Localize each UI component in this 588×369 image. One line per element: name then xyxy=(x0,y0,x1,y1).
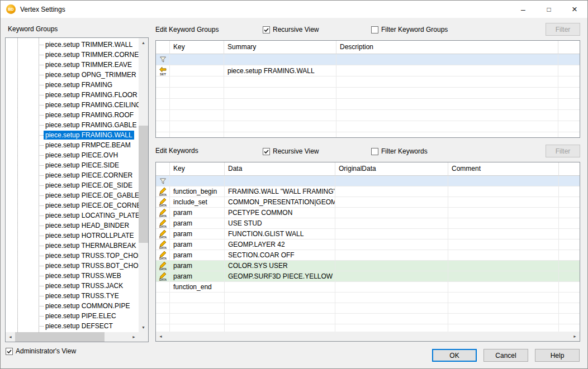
table-cell[interactable] xyxy=(170,54,224,65)
keyword-row[interactable]: DATAfunction_beginFRAMING.WALL "WALL FRA… xyxy=(156,186,580,197)
table-cell[interactable] xyxy=(335,186,448,197)
tree-item[interactable]: piece.setup TRUSS.WEB xyxy=(6,271,139,281)
table-cell[interactable]: FRAMING.WALL "WALL FRAMING" xyxy=(225,186,335,197)
filter-keyword-groups-checkbox[interactable]: Filter Keyword Groups xyxy=(371,25,448,34)
column-header[interactable]: OriginalData xyxy=(335,162,448,176)
data-pencil-icon[interactable]: DATA xyxy=(156,261,170,271)
table-cell[interactable]: include_set xyxy=(170,197,225,208)
table-cell[interactable]: PCETYPE COMMON xyxy=(225,208,335,218)
filter-groups-button[interactable]: Filter xyxy=(546,23,580,36)
scroll-down-button[interactable]: ▼ xyxy=(139,323,148,332)
column-header[interactable]: Key xyxy=(170,41,224,54)
tree-item[interactable]: piece.setup TRIMMER.WALL xyxy=(6,40,139,50)
keyword-row[interactable]: DATAparamFUNCTION.GLIST WALL xyxy=(156,229,580,239)
tree-item[interactable]: piece.setup LOCATING_PLATE xyxy=(6,210,139,221)
set-icon[interactable]: SET xyxy=(156,65,170,76)
tree-item[interactable]: piece.setup FRAMING.FLOOR xyxy=(6,90,139,100)
table-cell[interactable] xyxy=(448,261,559,271)
tree-item[interactable]: piece.setup HEAD_BINDER xyxy=(6,221,139,231)
scrollbar-track[interactable] xyxy=(139,47,148,323)
tree-item[interactable]: piece.setup TRIMMER.EAVE xyxy=(6,60,139,70)
tree-item[interactable]: piece.setup PIECE.OE_CORNER xyxy=(6,200,139,210)
table-cell[interactable]: USE STUD xyxy=(225,218,335,229)
filter-funnel-icon[interactable] xyxy=(156,176,170,186)
scrollbar-thumb[interactable] xyxy=(15,332,105,342)
table-cell[interactable] xyxy=(448,282,559,293)
tree-item[interactable]: piece.setup FRAMING.CEILING xyxy=(6,100,139,110)
keyword-row[interactable]: DATAparamUSE STUD xyxy=(156,218,580,229)
keyword-row[interactable]: DATAparamCOLOR.SYS USER xyxy=(156,261,580,271)
tree-horizontal-scrollbar[interactable]: ◄ ► xyxy=(6,332,139,342)
table-cell[interactable] xyxy=(448,186,559,197)
scroll-left-button[interactable]: ◄ xyxy=(156,332,165,341)
cancel-button[interactable]: Cancel xyxy=(483,349,528,362)
filter-keywords-checkbox[interactable]: Filter Keywords xyxy=(371,147,428,156)
tree-item[interactable]: piece.setup DEFSECT xyxy=(6,321,139,331)
filter-row[interactable] xyxy=(156,176,580,186)
data-pencil-icon[interactable]: DATA xyxy=(156,208,170,218)
table-cell[interactable]: GEOMP.LAYER 42 xyxy=(225,239,335,250)
scroll-right-button[interactable]: ► xyxy=(570,332,580,341)
tree-item[interactable]: piece.setup TRUSS.BOT_CHORD xyxy=(6,261,139,271)
table-cell[interactable]: param xyxy=(170,271,225,282)
keyword-row[interactable]: DATAparamGEOMP.LAYER 42 xyxy=(156,239,580,250)
table-cell[interactable]: piece.setup FRAMING.WALL xyxy=(224,65,336,76)
data-pencil-icon[interactable]: DATA xyxy=(156,186,170,197)
scroll-right-button[interactable]: ► xyxy=(129,332,139,342)
tree-item[interactable]: piece.setup PIECE.OE_SIDE xyxy=(6,180,139,190)
table-cell[interactable] xyxy=(336,65,558,76)
tree-item[interactable]: piece.setup PIPE.ELEC xyxy=(6,311,139,321)
scroll-up-button[interactable]: ▲ xyxy=(139,38,148,47)
table-cell[interactable]: function_begin xyxy=(170,186,225,197)
table-cell[interactable] xyxy=(225,176,335,186)
column-header[interactable]: Key xyxy=(170,162,225,176)
table-cell[interactable] xyxy=(448,239,559,250)
table-cell[interactable] xyxy=(335,239,448,250)
table-cell[interactable]: param xyxy=(170,218,225,229)
scrollbar-thumb[interactable] xyxy=(139,126,148,243)
table-cell[interactable] xyxy=(224,54,336,65)
filter-funnel-icon[interactable] xyxy=(156,54,170,65)
keyword-group-row[interactable]: SETpiece.setup FRAMING.WALL xyxy=(156,65,580,76)
table-cell[interactable] xyxy=(448,229,559,239)
table-cell[interactable] xyxy=(335,229,448,239)
table-cell[interactable]: param xyxy=(170,229,225,239)
scrollbar-track[interactable] xyxy=(15,332,129,342)
data-pencil-icon[interactable]: DATA xyxy=(156,218,170,229)
tree-item[interactable]: piece.setup TRIMMER.CORNER xyxy=(6,50,139,60)
data-pencil-icon[interactable]: DATA xyxy=(156,271,170,282)
table-cell[interactable] xyxy=(335,208,448,218)
table-cell[interactable] xyxy=(448,250,559,261)
table-cell[interactable] xyxy=(335,218,448,229)
keyword-row[interactable]: DATAparamSECTION.COAR OFF xyxy=(156,250,580,261)
tree-item[interactable]: piece.setup TRUSS.JACK xyxy=(6,281,139,291)
keyword-row[interactable]: function_end xyxy=(156,282,580,293)
tree-item[interactable]: piece.setup FRMPCE.BEAM xyxy=(6,140,139,150)
table-cell[interactable]: param xyxy=(170,208,225,218)
titlebar[interactable]: BD Vertex Settings – □ × xyxy=(1,1,587,18)
table-cell[interactable] xyxy=(335,261,448,271)
table-cell[interactable] xyxy=(448,218,559,229)
table-cell[interactable] xyxy=(335,271,448,282)
ok-button[interactable]: OK xyxy=(432,349,477,362)
recursive-view-groups-checkbox[interactable]: Recursive View xyxy=(263,25,319,34)
table-cell[interactable] xyxy=(336,54,558,65)
tree-item[interactable]: piece.setup PIECE.OVH xyxy=(6,150,139,160)
tree-item[interactable]: piece.setup THERMALBREAK xyxy=(6,241,139,251)
table-cell[interactable]: FUNCTION.GLIST WALL xyxy=(225,229,335,239)
close-button[interactable]: × xyxy=(562,1,587,18)
column-header[interactable]: Data xyxy=(225,162,335,176)
data-pencil-icon[interactable]: DATA xyxy=(156,250,170,261)
scroll-left-button[interactable]: ◄ xyxy=(6,332,15,342)
table-cell[interactable] xyxy=(448,208,559,218)
table-cell[interactable] xyxy=(335,250,448,261)
tree-item[interactable]: piece.setup FRAMING.GABLE xyxy=(6,120,139,130)
tree-item[interactable]: piece.setup TRUSS.TOP_CHORD xyxy=(6,251,139,261)
tree-vertical-scrollbar[interactable]: ▲ ▼ xyxy=(139,38,148,332)
table-cell[interactable]: param xyxy=(170,261,225,271)
tree-item[interactable]: piece.setup HOTROLLPLATE xyxy=(6,231,139,241)
table-cell[interactable]: GEOMP.SURF3D PIECE.YELLOW xyxy=(225,271,335,282)
keywords-horizontal-scrollbar[interactable]: ◄ ► xyxy=(156,332,580,341)
keyword-row[interactable]: DATAparamPCETYPE COMMON xyxy=(156,208,580,218)
recursive-view-keywords-checkbox[interactable]: Recursive View xyxy=(263,147,319,156)
